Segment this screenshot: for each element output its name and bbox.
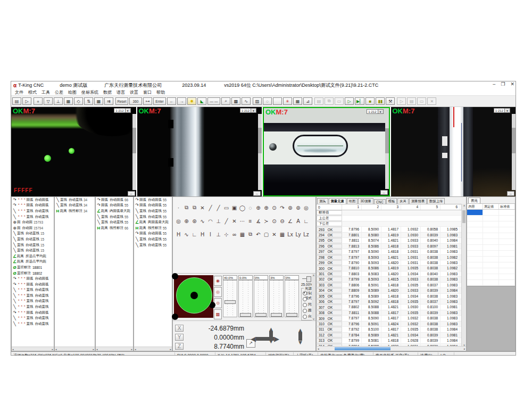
tab-绘图[interactable]: 绘图 <box>347 198 358 204</box>
list-item[interactable]: ↷＊＊＊圆弧自动圆弧 <box>12 276 54 282</box>
slider-track[interactable] <box>254 280 268 317</box>
list-item[interactable]: ╲＊＊＊直线自动直线 <box>12 208 54 214</box>
close-button[interactable]: ✕ <box>510 81 514 87</box>
camera-view-4[interactable]: OKM:71-212▾↔ <box>391 107 516 196</box>
table-row[interactable]: 296OK7.88138.50861.48181.09330.80971.098… <box>317 244 466 249</box>
scroll-left-icon[interactable]: ◂ <box>55 348 57 351</box>
list-item[interactable]: ↷＊＊＊圆弧自动圆弧 <box>12 197 54 203</box>
palette-tool-icon[interactable]: ≡ <box>246 217 254 225</box>
list-hscrollbar[interactable]: ◂▸ <box>96 347 133 351</box>
element-row[interactable] <box>467 280 515 286</box>
list-item[interactable]: ╲直线自动直线15 <box>12 231 54 237</box>
jog-xy-vertical-arrow[interactable]: ▲▼ <box>268 327 274 343</box>
slider-thumb[interactable] <box>255 313 267 317</box>
list-item[interactable]: ╲直线自动直线55 <box>134 208 172 214</box>
palette-tool-icon[interactable]: ∠ <box>286 217 294 225</box>
tab-夹具[interactable]: 夹具 <box>397 198 409 204</box>
scroll-right-icon[interactable]: ▸ <box>93 348 94 351</box>
palette-tool-icon[interactable]: ╱ <box>206 204 214 211</box>
list-item[interactable]: ∠距离所选点平均距 <box>12 253 54 259</box>
element-row[interactable] <box>467 268 515 274</box>
table-row[interactable]: 305OK7.87968.50891.48181.09340.80381.098… <box>317 294 466 299</box>
tab-测量报表[interactable]: 测量报表 <box>409 198 427 204</box>
chart-tool-button[interactable]: ⊿ <box>303 97 312 105</box>
option-radio[interactable] <box>303 315 307 319</box>
palette-tool-icon[interactable]: ⧉ <box>190 204 198 211</box>
chevron-down-icon[interactable]: ▾ <box>126 108 131 113</box>
joystick-button[interactable]: ⊶ <box>143 97 152 105</box>
probe-lower-button[interactable]: ◇ <box>74 97 83 105</box>
palette-tool-icon[interactable]: Lz <box>302 230 310 238</box>
palette-tool-icon[interactable]: ⊥ <box>214 230 222 238</box>
slider-track[interactable] <box>223 280 237 317</box>
table-row[interactable]: 311OK7.87928.51001.48171.09350.80381.098… <box>317 327 466 332</box>
table-row[interactable]: 297OK7.87978.50901.48181.09310.80381.098… <box>317 249 466 254</box>
list-item[interactable]: ╲直线自动直线55 <box>134 214 172 220</box>
open-folder-button[interactable]: ▭ <box>335 97 344 105</box>
list-item[interactable]: ╲＊＊＊直线自动直线 <box>12 321 54 327</box>
list-item[interactable]: ⊕圆自动圆15794 <box>12 225 54 231</box>
menu-工具[interactable]: 工具 <box>41 89 50 95</box>
list-item[interactable]: ╲直线自动直线15 <box>12 242 54 248</box>
palette-tool-icon[interactable]: ⊙ <box>270 204 278 211</box>
menu-窗口[interactable]: 窗口 <box>143 89 152 95</box>
camera-view-3[interactable]: OKM:71-212▾↔ <box>263 107 390 196</box>
element-row[interactable] <box>467 221 515 227</box>
open-program-button[interactable]: ▭ <box>417 97 426 105</box>
list-item[interactable]: ╲直线自动直线55 <box>96 214 133 220</box>
chevron-down-icon[interactable]: ▾ <box>378 109 384 114</box>
palette-tool-icon[interactable]: ↶ <box>254 230 262 238</box>
list-item[interactable]: ╲＊＊＊直线自动直线 <box>12 287 54 293</box>
list-hscrollbar[interactable]: ◂▸ <box>55 347 95 351</box>
palette-tool-icon[interactable]: ⊙ <box>270 217 278 225</box>
tab-element[interactable]: 图元 <box>468 197 480 203</box>
tab-数据上传[interactable]: 数据上传 <box>427 198 445 204</box>
list-item[interactable]: ↷圆弧自动圆弧66 <box>96 197 133 203</box>
palette-tool-icon[interactable]: ◯ <box>238 204 246 211</box>
pause-button[interactable]: ▮▮ <box>376 97 385 105</box>
palette-tool-icon[interactable]: ▣ <box>230 204 238 211</box>
element-row[interactable] <box>467 274 515 280</box>
element-row[interactable] <box>467 262 515 268</box>
table-row[interactable]: 313OK7.87998.50811.48181.09280.80391.098… <box>317 338 466 343</box>
enter-button[interactable]: Enter <box>153 97 166 105</box>
menu-公差[interactable]: 公差 <box>55 89 63 95</box>
cut-button[interactable]: ✕ <box>427 97 436 105</box>
table-row[interactable]: 293OK7.87968.50901.48171.09320.80581.098… <box>317 227 466 232</box>
palette-tool-icon[interactable]: ∟ <box>190 230 198 238</box>
move-vertical-button[interactable]: ⇅ <box>84 97 93 105</box>
camera-view-2-button[interactable]: ▦ <box>94 97 103 105</box>
list-item[interactable]: H距离线性标注66 <box>96 225 133 231</box>
palette-tool-icon[interactable]: ⋯ <box>238 217 246 225</box>
ring-light-preview[interactable] <box>174 275 213 318</box>
table-row[interactable]: 295OK7.88118.50741.48211.09330.80401.098… <box>317 238 466 243</box>
list-item[interactable]: ╲直线自动直线34 <box>55 203 95 209</box>
jog-xy-horizontal-arrow[interactable]: ◀▶ <box>251 335 279 343</box>
tab-3D测量[interactable]: 3D测量 <box>358 198 373 204</box>
scroll-right-icon[interactable]: ▸ <box>131 348 132 351</box>
palette-tool-icon[interactable]: ◎ <box>302 204 310 211</box>
light-bulb-button[interactable]: ✹ <box>187 97 196 105</box>
list-item[interactable]: ↷圆弧自动圆弧55 <box>134 231 172 237</box>
palette-tool-icon[interactable]: · <box>174 204 182 211</box>
save-program-button[interactable]: ▤ <box>407 97 416 105</box>
play-program-button[interactable]: ▷ <box>397 97 406 105</box>
camera-zoom-combo[interactable]: 1-212▾ <box>240 108 256 113</box>
list-item[interactable]: ∠距离内圆弧最大距 <box>96 208 133 214</box>
palette-tool-icon[interactable]: ↷ <box>278 204 286 211</box>
tab-测量元素[interactable]: 测量元素 <box>329 198 346 204</box>
option-radio[interactable] <box>303 309 307 313</box>
palette-tool-icon[interactable]: ✕ <box>198 204 206 211</box>
palette-tool-icon[interactable]: ▢ <box>262 230 270 238</box>
palette-tool-icon[interactable]: ∡ <box>254 217 262 225</box>
palette-tool-icon[interactable]: ◎ <box>174 217 182 225</box>
palette-tool-icon[interactable]: ∞ <box>230 230 238 238</box>
slider-track[interactable] <box>238 280 253 317</box>
list-hscrollbar[interactable]: ◂▸ <box>134 347 172 351</box>
menu-帮助[interactable]: 帮助 <box>156 89 165 95</box>
element-row[interactable] <box>467 245 515 251</box>
light-segment-button[interactable]: ◎ <box>214 287 222 297</box>
tab-模板[interactable]: 模板 <box>386 198 397 204</box>
palette-tool-icon[interactable]: ✕ <box>270 230 278 238</box>
copy-results-button[interactable]: ⧉ <box>325 97 334 105</box>
